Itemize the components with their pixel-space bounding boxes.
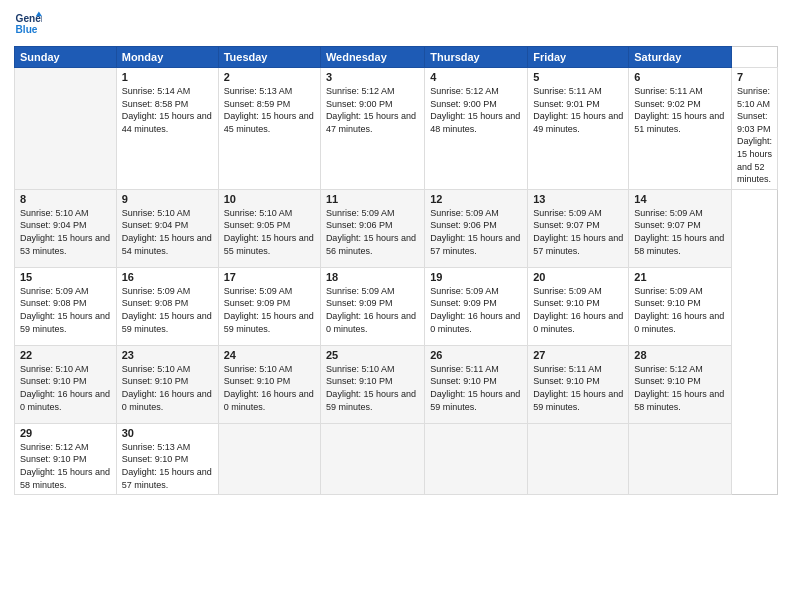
day-info: Sunrise: 5:09 AMSunset: 9:09 PMDaylight:… [326,286,416,334]
day-info: Sunrise: 5:10 AMSunset: 9:10 PMDaylight:… [122,364,212,412]
day-number: 6 [634,71,726,83]
day-cell [528,423,629,494]
day-info: Sunrise: 5:10 AMSunset: 9:03 PMDaylight:… [737,86,772,184]
day-cell: 15 Sunrise: 5:09 AMSunset: 9:08 PMDaylig… [15,267,117,345]
col-header-sunday: Sunday [15,47,117,68]
day-number: 30 [122,427,213,439]
day-info: Sunrise: 5:09 AMSunset: 9:09 PMDaylight:… [430,286,520,334]
week-row: 22 Sunrise: 5:10 AMSunset: 9:10 PMDaylig… [15,345,778,423]
day-cell: 24 Sunrise: 5:10 AMSunset: 9:10 PMDaylig… [218,345,320,423]
day-cell: 10 Sunrise: 5:10 AMSunset: 9:05 PMDaylig… [218,189,320,267]
day-number: 27 [533,349,623,361]
day-info: Sunrise: 5:09 AMSunset: 9:07 PMDaylight:… [634,208,724,256]
day-number: 7 [737,71,772,83]
day-number: 16 [122,271,213,283]
day-number: 11 [326,193,419,205]
week-row: 15 Sunrise: 5:09 AMSunset: 9:08 PMDaylig… [15,267,778,345]
day-number: 5 [533,71,623,83]
day-number: 4 [430,71,522,83]
day-cell: 20 Sunrise: 5:09 AMSunset: 9:10 PMDaylig… [528,267,629,345]
col-header-wednesday: Wednesday [320,47,424,68]
day-cell: 29 Sunrise: 5:12 AMSunset: 9:10 PMDaylig… [15,423,117,494]
day-number: 28 [634,349,726,361]
day-cell: 30 Sunrise: 5:13 AMSunset: 9:10 PMDaylig… [116,423,218,494]
day-cell: 1 Sunrise: 5:14 AMSunset: 8:58 PMDayligh… [116,68,218,190]
day-info: Sunrise: 5:09 AMSunset: 9:08 PMDaylight:… [122,286,212,334]
day-cell: 19 Sunrise: 5:09 AMSunset: 9:09 PMDaylig… [425,267,528,345]
col-header-thursday: Thursday [425,47,528,68]
day-number: 26 [430,349,522,361]
day-info: Sunrise: 5:12 AMSunset: 9:00 PMDaylight:… [326,86,416,134]
day-cell: 17 Sunrise: 5:09 AMSunset: 9:09 PMDaylig… [218,267,320,345]
day-cell: 14 Sunrise: 5:09 AMSunset: 9:07 PMDaylig… [629,189,732,267]
day-number: 14 [634,193,726,205]
day-cell: 7 Sunrise: 5:10 AMSunset: 9:03 PMDayligh… [731,68,777,190]
day-cell: 26 Sunrise: 5:11 AMSunset: 9:10 PMDaylig… [425,345,528,423]
day-cell: 12 Sunrise: 5:09 AMSunset: 9:06 PMDaylig… [425,189,528,267]
day-number: 1 [122,71,213,83]
day-info: Sunrise: 5:12 AMSunset: 9:00 PMDaylight:… [430,86,520,134]
header-row: SundayMondayTuesdayWednesdayThursdayFrid… [15,47,778,68]
day-number: 25 [326,349,419,361]
day-cell: 6 Sunrise: 5:11 AMSunset: 9:02 PMDayligh… [629,68,732,190]
day-number: 17 [224,271,315,283]
day-cell: 25 Sunrise: 5:10 AMSunset: 9:10 PMDaylig… [320,345,424,423]
day-number: 3 [326,71,419,83]
svg-text:Blue: Blue [16,24,38,35]
day-info: Sunrise: 5:11 AMSunset: 9:02 PMDaylight:… [634,86,724,134]
day-info: Sunrise: 5:14 AMSunset: 8:58 PMDaylight:… [122,86,212,134]
calendar-page: General Blue SundayMondayTuesdayWednesda… [0,0,792,612]
day-cell: 8 Sunrise: 5:10 AMSunset: 9:04 PMDayligh… [15,189,117,267]
day-info: Sunrise: 5:10 AMSunset: 9:04 PMDaylight:… [122,208,212,256]
day-cell [425,423,528,494]
day-cell: 5 Sunrise: 5:11 AMSunset: 9:01 PMDayligh… [528,68,629,190]
day-cell: 2 Sunrise: 5:13 AMSunset: 8:59 PMDayligh… [218,68,320,190]
day-info: Sunrise: 5:09 AMSunset: 9:07 PMDaylight:… [533,208,623,256]
day-info: Sunrise: 5:10 AMSunset: 9:10 PMDaylight:… [224,364,314,412]
day-info: Sunrise: 5:09 AMSunset: 9:06 PMDaylight:… [326,208,416,256]
week-row: 1 Sunrise: 5:14 AMSunset: 8:58 PMDayligh… [15,68,778,190]
day-info: Sunrise: 5:09 AMSunset: 9:09 PMDaylight:… [224,286,314,334]
day-cell: 3 Sunrise: 5:12 AMSunset: 9:00 PMDayligh… [320,68,424,190]
header: General Blue [14,10,778,38]
calendar-table: SundayMondayTuesdayWednesdayThursdayFrid… [14,46,778,495]
day-info: Sunrise: 5:09 AMSunset: 9:06 PMDaylight:… [430,208,520,256]
day-number: 24 [224,349,315,361]
day-cell: 23 Sunrise: 5:10 AMSunset: 9:10 PMDaylig… [116,345,218,423]
day-info: Sunrise: 5:12 AMSunset: 9:10 PMDaylight:… [20,442,110,490]
day-info: Sunrise: 5:09 AMSunset: 9:10 PMDaylight:… [533,286,623,334]
day-cell: 13 Sunrise: 5:09 AMSunset: 9:07 PMDaylig… [528,189,629,267]
day-number: 2 [224,71,315,83]
col-header-friday: Friday [528,47,629,68]
day-info: Sunrise: 5:13 AMSunset: 9:10 PMDaylight:… [122,442,212,490]
day-number: 20 [533,271,623,283]
day-info: Sunrise: 5:13 AMSunset: 8:59 PMDaylight:… [224,86,314,134]
day-cell: 27 Sunrise: 5:11 AMSunset: 9:10 PMDaylig… [528,345,629,423]
day-number: 8 [20,193,111,205]
day-number: 19 [430,271,522,283]
day-number: 13 [533,193,623,205]
day-cell: 9 Sunrise: 5:10 AMSunset: 9:04 PMDayligh… [116,189,218,267]
logo: General Blue [14,10,42,38]
logo-icon: General Blue [14,10,42,38]
day-cell: 22 Sunrise: 5:10 AMSunset: 9:10 PMDaylig… [15,345,117,423]
day-number: 18 [326,271,419,283]
week-row: 8 Sunrise: 5:10 AMSunset: 9:04 PMDayligh… [15,189,778,267]
day-number: 15 [20,271,111,283]
day-info: Sunrise: 5:12 AMSunset: 9:10 PMDaylight:… [634,364,724,412]
day-info: Sunrise: 5:09 AMSunset: 9:10 PMDaylight:… [634,286,724,334]
day-info: Sunrise: 5:10 AMSunset: 9:10 PMDaylight:… [20,364,110,412]
day-info: Sunrise: 5:09 AMSunset: 9:08 PMDaylight:… [20,286,110,334]
day-info: Sunrise: 5:11 AMSunset: 9:10 PMDaylight:… [430,364,520,412]
day-info: Sunrise: 5:11 AMSunset: 9:01 PMDaylight:… [533,86,623,134]
col-header-monday: Monday [116,47,218,68]
day-cell: 18 Sunrise: 5:09 AMSunset: 9:09 PMDaylig… [320,267,424,345]
day-number: 23 [122,349,213,361]
day-number: 10 [224,193,315,205]
day-cell: 21 Sunrise: 5:09 AMSunset: 9:10 PMDaylig… [629,267,732,345]
day-number: 22 [20,349,111,361]
day-cell [15,68,117,190]
day-cell [218,423,320,494]
day-cell: 11 Sunrise: 5:09 AMSunset: 9:06 PMDaylig… [320,189,424,267]
day-number: 21 [634,271,726,283]
